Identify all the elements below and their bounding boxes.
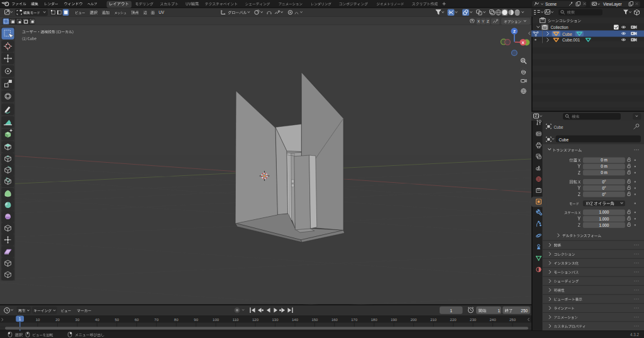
- svg-text:250: 250: [521, 308, 528, 313]
- svg-text:Cube: Cube: [559, 138, 569, 142]
- svg-text:0 m: 0 m: [601, 170, 608, 175]
- svg-text:130: 130: [272, 318, 279, 322]
- svg-text:90: 90: [194, 318, 198, 322]
- svg-text:180: 180: [371, 318, 378, 322]
- svg-text:Y: Y: [482, 19, 484, 23]
- svg-text:0°: 0°: [602, 186, 606, 190]
- svg-text:Scene: Scene: [545, 2, 557, 6]
- svg-text:30: 30: [75, 318, 80, 322]
- svg-text:150: 150: [311, 318, 318, 322]
- svg-text:1: 1: [450, 308, 452, 313]
- svg-text:250: 250: [509, 318, 516, 322]
- svg-text:200: 200: [411, 318, 418, 322]
- svg-text:210: 210: [430, 318, 437, 322]
- svg-text:190: 190: [391, 318, 397, 322]
- svg-text:1.000: 1.000: [599, 210, 609, 214]
- svg-text:Cube: Cube: [554, 125, 564, 129]
- svg-text:70: 70: [154, 318, 158, 322]
- svg-text:0 m: 0 m: [601, 158, 608, 162]
- svg-text:Cube.001: Cube.001: [562, 38, 580, 42]
- svg-text:100: 100: [213, 318, 219, 322]
- svg-text:Z: Z: [487, 19, 489, 23]
- svg-text:40: 40: [95, 318, 99, 322]
- svg-text:ViewLayer: ViewLayer: [603, 2, 623, 7]
- svg-text:230: 230: [470, 318, 477, 322]
- svg-text:110: 110: [233, 318, 239, 322]
- svg-text:1: 1: [498, 308, 501, 313]
- svg-text:10: 10: [36, 318, 40, 322]
- svg-text:60: 60: [135, 318, 139, 322]
- svg-text:50: 50: [114, 318, 119, 322]
- svg-text:1.000: 1.000: [599, 223, 609, 227]
- svg-text:1: 1: [19, 317, 21, 321]
- svg-text:1.000: 1.000: [599, 217, 609, 221]
- svg-text:X: X: [477, 19, 480, 23]
- svg-text:80: 80: [174, 318, 179, 322]
- svg-text:220: 220: [450, 318, 457, 322]
- svg-text:UV: UV: [158, 10, 165, 14]
- svg-text:Cube: Cube: [562, 32, 572, 36]
- svg-text:160: 160: [331, 318, 338, 322]
- svg-text:4.3.2: 4.3.2: [630, 332, 640, 337]
- svg-text:0°: 0°: [602, 192, 606, 197]
- svg-text:0 m: 0 m: [601, 164, 608, 168]
- svg-text:20: 20: [55, 318, 60, 322]
- svg-text:240: 240: [489, 318, 496, 322]
- svg-text:Z: Z: [513, 29, 516, 33]
- svg-text:Collection: Collection: [551, 25, 569, 30]
- svg-text:170: 170: [351, 318, 358, 322]
- svg-text:0°: 0°: [602, 180, 606, 184]
- svg-text:120: 120: [252, 318, 259, 322]
- svg-text:140: 140: [292, 318, 299, 322]
